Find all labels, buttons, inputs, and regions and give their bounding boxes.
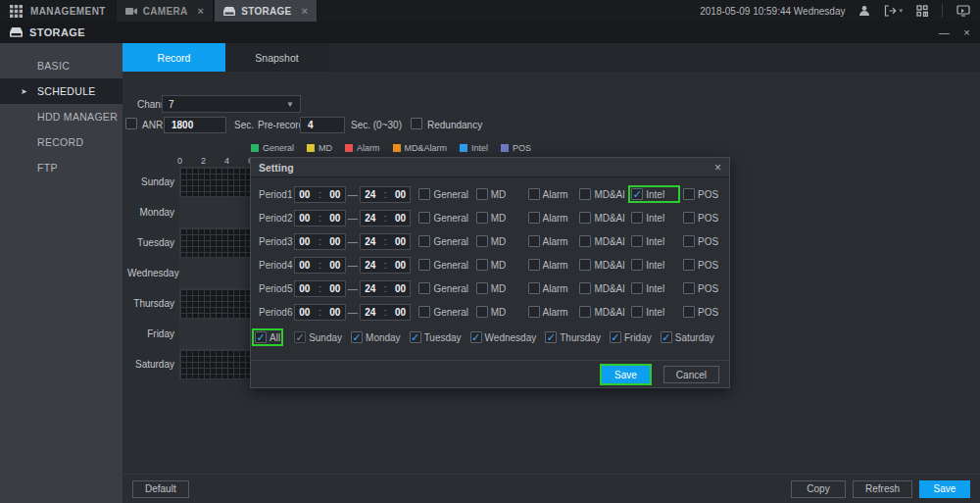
checkbox[interactable] [528,235,540,247]
checkbox[interactable] [476,235,488,247]
period-check-general[interactable]: General [418,188,469,200]
sidebar-item-schedule[interactable]: ➤SCHEDULE [0,78,122,104]
checkbox[interactable] [579,259,591,271]
period-check-general[interactable]: General [418,306,469,318]
checkbox[interactable] [631,306,643,318]
period-check-general[interactable]: General [418,282,469,294]
period-check-intel[interactable]: Intel [631,212,677,224]
checkbox[interactable] [579,235,591,247]
period-end-input[interactable]: 24:00 [360,280,411,297]
sidebar-item-hdd-manager[interactable]: HDD MANAGER [0,104,122,129]
period-check-pos[interactable]: POS [683,235,729,247]
period-check-pos[interactable]: POS [683,188,729,200]
checkbox[interactable] [631,282,643,294]
checkbox[interactable] [631,212,643,224]
checkbox[interactable] [418,212,430,224]
period-check-mdala[interactable]: MD&Ala... [579,282,625,294]
tab-camera-close-icon[interactable]: × [197,5,204,17]
checkbox[interactable] [418,259,430,271]
period-end-input[interactable]: 24:00 [360,210,411,226]
period-check-md[interactable]: MD [476,188,522,200]
refresh-button[interactable]: Refresh [853,480,912,498]
prerecord-input[interactable]: 4 [300,117,345,133]
checkbox[interactable] [528,212,540,224]
period-check-mdala[interactable]: MD&Ala... [579,235,625,247]
period-check-alarm[interactable]: Alarm [528,235,574,247]
checkbox[interactable] [528,188,540,200]
checkbox[interactable] [683,235,695,247]
checkbox[interactable]: ✓ [255,331,267,343]
checkbox[interactable] [579,306,591,318]
checkbox[interactable] [631,259,643,271]
dialog-close-icon[interactable]: × [714,161,721,175]
period-start-input[interactable]: 00:00 [294,280,345,297]
checkbox[interactable] [579,188,591,200]
logout-icon[interactable]: ▾ [884,5,903,17]
check-day-thursday[interactable]: ✓Thursday [545,331,601,343]
checkbox[interactable] [476,212,488,224]
period-start-input[interactable]: 00:00 [294,186,345,203]
period-check-intel[interactable]: Intel [631,306,677,318]
checkbox[interactable] [683,282,695,294]
redundancy-checkbox[interactable] [411,118,422,129]
checkbox[interactable] [418,306,430,318]
period-check-md[interactable]: MD [476,282,522,294]
period-check-intel[interactable]: Intel [631,259,677,271]
monitor-icon[interactable] [956,5,970,17]
period-check-general[interactable]: General [418,212,469,224]
checkbox[interactable] [418,188,430,200]
default-button[interactable]: Default [132,480,189,498]
save-button[interactable]: Save [919,480,970,498]
checkbox[interactable] [476,259,488,271]
channel-select[interactable]: 7 ▼ [162,95,301,113]
checkbox[interactable] [579,282,591,294]
period-check-pos[interactable]: POS [683,212,729,224]
checkbox[interactable] [528,259,540,271]
period-check-intel[interactable]: Intel [631,282,677,294]
check-all[interactable]: ✓All [255,331,280,343]
sidebar-item-record[interactable]: RECORD [0,129,122,155]
check-day-monday[interactable]: ✓Monday [351,331,401,343]
checkbox[interactable]: ✓ [545,331,557,343]
period-check-pos[interactable]: POS [683,282,729,294]
period-start-input[interactable]: 00:00 [294,233,345,250]
period-check-alarm[interactable]: Alarm [528,306,574,318]
period-check-mdala[interactable]: MD&Ala... [579,259,625,271]
checkbox[interactable] [418,235,430,247]
period-check-mdala[interactable]: MD&Ala... [579,212,625,224]
period-start-input[interactable]: 00:00 [294,210,345,226]
period-start-input[interactable]: 00:00 [294,304,345,321]
checkbox[interactable] [476,306,488,318]
period-end-input[interactable]: 24:00 [360,304,411,321]
check-day-saturday[interactable]: ✓Saturday [661,331,714,343]
period-check-alarm[interactable]: Alarm [528,188,574,200]
period-check-pos[interactable]: POS [683,259,729,271]
period-check-md[interactable]: MD [476,212,522,224]
period-check-md[interactable]: MD [476,259,522,271]
check-day-friday[interactable]: ✓Friday [610,331,652,343]
checkbox[interactable]: ✓ [294,331,306,343]
checkbox[interactable] [476,188,488,200]
close-button[interactable]: × [963,26,970,38]
period-check-mdala[interactable]: MD&Ala... [579,306,625,318]
checkbox[interactable] [631,235,643,247]
checkbox[interactable] [683,306,695,318]
checkbox[interactable] [528,306,540,318]
management-menu[interactable]: MANAGEMENT [0,0,116,22]
period-end-input[interactable]: 24:00 [360,233,411,250]
checkbox[interactable]: ✓ [631,188,643,200]
period-check-md[interactable]: MD [476,235,522,247]
anr-checkbox[interactable] [125,118,137,129]
copy-button[interactable]: Copy [791,480,846,498]
anr-input[interactable]: 1800 [164,117,226,133]
dialog-cancel-button[interactable]: Cancel [663,366,719,383]
qr-grid-icon[interactable] [916,5,928,17]
check-day-sunday[interactable]: ✓Sunday [294,331,342,343]
dialog-save-button[interactable]: Save [602,366,650,383]
checkbox[interactable]: ✓ [610,331,621,343]
check-day-wednesday[interactable]: ✓Wednesday [470,331,537,343]
checkbox[interactable] [418,282,430,294]
checkbox[interactable] [528,282,540,294]
checkbox[interactable] [683,212,695,224]
tab-storage[interactable]: STORAGE × [214,0,318,22]
